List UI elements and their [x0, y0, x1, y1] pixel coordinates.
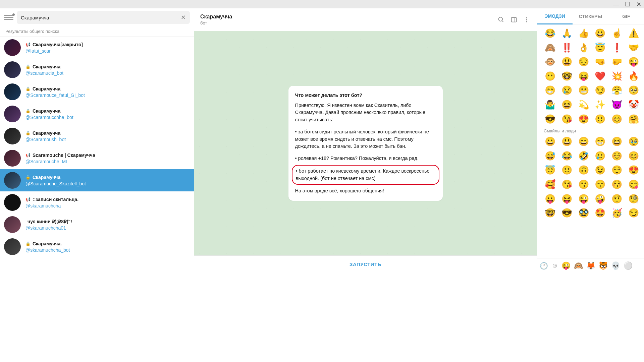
- start-bot-button[interactable]: ЗАПУСТИТЬ: [194, 255, 537, 273]
- emoji-cell[interactable]: 😉: [593, 165, 607, 175]
- emoji-cell[interactable]: 😁: [543, 85, 557, 95]
- emoji-cell[interactable]: 😔: [577, 57, 591, 67]
- chat-item[interactable]: 📢::записи скитальца. @skaramuchcha: [0, 191, 194, 214]
- emoji-cell[interactable]: 🔥: [627, 71, 641, 81]
- window-minimize-button[interactable]: —: [613, 1, 619, 7]
- emoji-cell[interactable]: 🙏: [560, 28, 574, 38]
- emoji-cell[interactable]: 🥳: [610, 208, 624, 218]
- chat-item[interactable]: 📢Скарамучча[закрыто] @fatui_scar: [0, 37, 194, 59]
- emoji-cell[interactable]: ‼️: [560, 43, 574, 53]
- emoji-cell[interactable]: 🐵: [543, 57, 557, 67]
- emoji-cell[interactable]: 😋: [627, 180, 641, 189]
- emoji-cell[interactable]: 😝: [560, 194, 574, 204]
- emoji-cell[interactable]: 🙈: [543, 43, 557, 53]
- emoji-cell[interactable]: 😌: [610, 165, 624, 175]
- emoji-cell[interactable]: 👌: [577, 43, 591, 53]
- emoji-cell[interactable]: 😢: [560, 85, 574, 95]
- clear-search-button[interactable]: ✕: [181, 14, 186, 21]
- emoji-cell[interactable]: 🤓: [560, 71, 574, 81]
- emoji-cell[interactable]: 🥲: [593, 151, 607, 161]
- emoji-cell[interactable]: ⚠️: [627, 28, 641, 38]
- chat-item[interactable]: чуя кинни ₽);₽8₽("! @skaramuchcha01: [0, 214, 194, 236]
- emoji-cell[interactable]: 😀: [593, 28, 607, 38]
- emoji-cell[interactable]: 😆: [560, 100, 574, 110]
- emoji-cell[interactable]: 😶: [543, 71, 557, 81]
- emoji-cell[interactable]: 😬: [577, 85, 591, 95]
- emoji-cell[interactable]: 😛: [543, 194, 557, 204]
- side-panel-button[interactable]: [510, 16, 518, 24]
- emoji-tone-icon[interactable]: ☺: [551, 262, 558, 269]
- chat-item[interactable]: 🔒Скарамучча @Scaramouce_fatui_GI_bot: [0, 81, 194, 103]
- emoji-cell[interactable]: 🥹: [627, 137, 641, 146]
- search-in-chat-button[interactable]: [497, 16, 505, 24]
- emoji-cell[interactable]: 😆: [610, 137, 624, 146]
- emoji-cell[interactable]: 🤣: [577, 151, 591, 161]
- emoji-cell[interactable]: 😍: [577, 114, 591, 124]
- emoji-cell[interactable]: 🧐: [627, 194, 641, 204]
- emoji-pack-icon[interactable]: 💀: [611, 261, 620, 270]
- window-close-button[interactable]: ✕: [636, 1, 641, 7]
- emoji-cell[interactable]: 😘: [560, 180, 574, 189]
- chat-item[interactable]: 📢Scaramouche | Скарамучча @Scaramouche_M…: [0, 147, 194, 169]
- emoji-cell[interactable]: 🤩: [593, 208, 607, 218]
- emoji-cell[interactable]: 🤗: [627, 114, 641, 124]
- emoji-cell[interactable]: 🤛: [610, 57, 624, 67]
- tab-emoji[interactable]: ЭМОДЗИ: [537, 8, 573, 24]
- emoji-cell[interactable]: ✨: [593, 100, 607, 110]
- recent-icon[interactable]: 🕐: [540, 262, 548, 270]
- emoji-cell[interactable]: 💫: [577, 100, 591, 110]
- emoji-cell[interactable]: 🥸: [577, 208, 591, 218]
- emoji-cell[interactable]: 😝: [577, 71, 591, 81]
- emoji-cell[interactable]: 👍: [577, 28, 591, 38]
- emoji-cell[interactable]: 🤜: [593, 57, 607, 67]
- emoji-cell[interactable]: 🥺: [627, 85, 641, 95]
- search-input[interactable]: [21, 15, 181, 20]
- emoji-cell[interactable]: 🤪: [593, 194, 607, 204]
- emoji-cell[interactable]: 😄: [577, 137, 591, 146]
- emoji-cell[interactable]: 😜: [627, 57, 641, 67]
- emoji-cell[interactable]: ❤️: [593, 71, 607, 81]
- emoji-pack-icon[interactable]: 🐯: [599, 261, 608, 270]
- emoji-pack-icon[interactable]: 🙉: [574, 261, 583, 270]
- emoji-cell[interactable]: 😘: [560, 114, 574, 124]
- emoji-cell[interactable]: 🤓: [543, 208, 557, 218]
- emoji-cell[interactable]: ❗: [610, 43, 624, 53]
- emoji-pack-icon[interactable]: ⚪: [624, 261, 633, 270]
- emoji-cell[interactable]: 😙: [593, 180, 607, 189]
- emoji-cell[interactable]: 🤷‍♂️: [543, 100, 557, 110]
- emoji-cell[interactable]: ☝️: [610, 28, 624, 38]
- emoji-cell[interactable]: 🙂: [593, 114, 607, 124]
- chat-title[interactable]: Скарамучча: [200, 14, 492, 20]
- emoji-cell[interactable]: 🤝: [627, 43, 641, 53]
- emoji-cell[interactable]: 😀: [543, 137, 557, 146]
- emoji-cell[interactable]: 😗: [577, 180, 591, 189]
- emoji-pack-icon[interactable]: 🦊: [586, 261, 595, 270]
- emoji-cell[interactable]: 🙃: [577, 165, 591, 175]
- emoji-cell[interactable]: ☺️: [610, 151, 624, 161]
- emoji-cell[interactable]: 😊: [627, 151, 641, 161]
- emoji-cell[interactable]: 🤡: [627, 100, 641, 110]
- emoji-cell[interactable]: 😂: [560, 151, 574, 161]
- emoji-cell[interactable]: 💥: [610, 71, 624, 81]
- emoji-cell[interactable]: 😈: [610, 100, 624, 110]
- chat-item[interactable]: 🔒Скарамучча @scaramucia_bot: [0, 59, 194, 81]
- emoji-cell[interactable]: 😎: [560, 208, 574, 218]
- window-maximize-button[interactable]: ☐: [625, 1, 630, 7]
- chat-item[interactable]: 🔒Скарамучча. @skaramuchcha_bot: [0, 236, 194, 258]
- emoji-cell[interactable]: 😁: [593, 137, 607, 146]
- emoji-pack-icon[interactable]: 😜: [561, 261, 571, 270]
- emoji-cell[interactable]: 🥰: [543, 180, 557, 189]
- emoji-cell[interactable]: 😃: [560, 57, 574, 67]
- tab-gif[interactable]: GIF: [608, 8, 644, 24]
- emoji-cell[interactable]: 😚: [610, 180, 624, 189]
- emoji-cell[interactable]: 😂: [543, 28, 557, 38]
- emoji-cell[interactable]: 🙂: [560, 165, 574, 175]
- emoji-cell[interactable]: 😜: [577, 194, 591, 204]
- emoji-cell[interactable]: 😅: [543, 151, 557, 161]
- tab-stickers[interactable]: СТИКЕРЫ: [573, 8, 608, 24]
- emoji-cell[interactable]: 😤: [610, 85, 624, 95]
- chat-item[interactable]: 🔒Скарамучча @Scaramoush_bot: [0, 125, 194, 147]
- chat-item[interactable]: 🔒Скарамучча @Scaramuche_Skazitell_bot: [0, 169, 194, 191]
- more-menu-button[interactable]: [523, 16, 531, 24]
- menu-button[interactable]: [4, 13, 13, 22]
